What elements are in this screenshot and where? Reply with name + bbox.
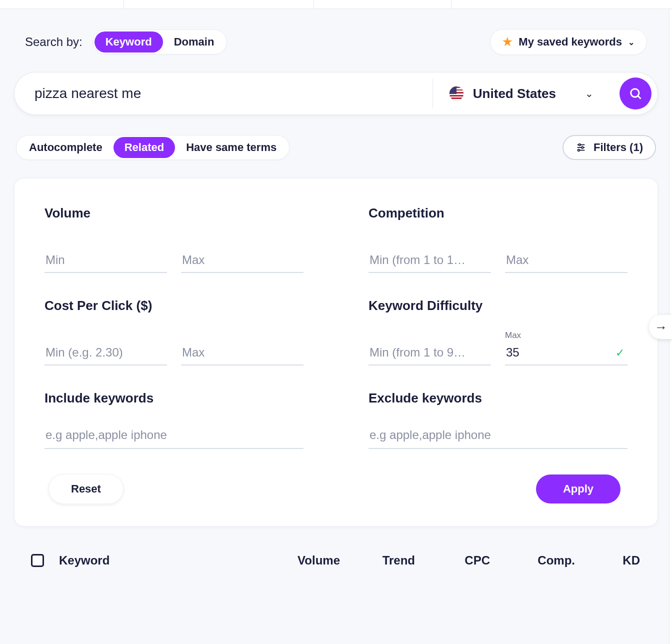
- svg-point-0: [631, 89, 639, 97]
- cpc-min-input[interactable]: [44, 342, 167, 366]
- cpc-max-input[interactable]: [181, 342, 304, 366]
- filter-include-title: Include keywords: [44, 390, 304, 406]
- result-tabs: Autocomplete Related Have same terms: [16, 135, 290, 160]
- svg-point-5: [582, 146, 584, 148]
- chevron-down-icon: ⌄: [628, 38, 634, 47]
- us-flag-icon: [449, 86, 464, 101]
- filter-competition-title: Competition: [368, 206, 628, 221]
- filter-kd: Keyword Difficulty Max ✓: [368, 298, 628, 366]
- col-cpc[interactable]: CPC: [435, 554, 490, 568]
- search-by-domain[interactable]: Domain: [163, 32, 226, 52]
- filter-exclude: Exclude keywords: [368, 390, 628, 449]
- filter-cpc: Cost Per Click ($): [44, 298, 304, 366]
- filters-button[interactable]: Filters (1): [562, 135, 656, 160]
- svg-line-1: [638, 96, 641, 99]
- col-keyword[interactable]: Keyword: [59, 554, 280, 568]
- search-by-keyword[interactable]: Keyword: [94, 32, 163, 52]
- search-icon: [628, 86, 642, 100]
- country-selector[interactable]: United States ⌄: [432, 78, 610, 108]
- search-by-toggle: Keyword Domain: [92, 30, 228, 54]
- top-tab-strip: [0, 0, 672, 9]
- competition-max-input[interactable]: [505, 249, 628, 273]
- tab-related[interactable]: Related: [114, 137, 175, 158]
- filters-label: Filters (1): [594, 141, 643, 154]
- tab-same-terms[interactable]: Have same terms: [175, 137, 288, 158]
- results-header: Keyword Volume Trend CPC Comp. KD: [14, 544, 658, 568]
- country-name: United States: [473, 86, 556, 102]
- volume-max-input[interactable]: [181, 249, 304, 273]
- volume-min-input[interactable]: [44, 249, 167, 273]
- svg-point-7: [578, 150, 580, 152]
- filter-volume: Volume: [44, 206, 304, 273]
- chevron-down-icon: ⌄: [585, 88, 594, 100]
- saved-keywords-button[interactable]: ★ My saved keywords ⌄: [490, 29, 647, 55]
- filter-cpc-title: Cost Per Click ($): [44, 298, 304, 314]
- arrow-right-icon: →: [654, 320, 668, 335]
- search-button[interactable]: [620, 78, 652, 110]
- select-all-checkbox[interactable]: [31, 554, 44, 567]
- svg-point-3: [578, 144, 580, 146]
- filter-volume-title: Volume: [44, 206, 304, 221]
- saved-keywords-label: My saved keywords: [518, 36, 622, 48]
- competition-min-input[interactable]: [368, 249, 491, 273]
- exclude-keywords-input[interactable]: [368, 423, 628, 449]
- apply-button[interactable]: Apply: [536, 474, 620, 504]
- kd-max-label: Max: [505, 330, 628, 340]
- expand-right-button[interactable]: →: [649, 315, 672, 339]
- search-by-label: Search by:: [25, 35, 82, 49]
- kd-min-input[interactable]: [368, 342, 491, 366]
- search-input[interactable]: [34, 86, 432, 102]
- reset-button[interactable]: Reset: [48, 474, 124, 504]
- tab-autocomplete[interactable]: Autocomplete: [18, 137, 114, 158]
- search-bar: United States ⌄: [14, 72, 658, 115]
- filter-kd-title: Keyword Difficulty: [368, 298, 628, 314]
- col-volume[interactable]: Volume: [280, 554, 340, 568]
- col-comp[interactable]: Comp.: [510, 554, 575, 568]
- star-icon: ★: [502, 36, 512, 48]
- kd-max-input[interactable]: [505, 342, 628, 366]
- filter-panel: Volume Competition Cost Per Click ($): [14, 178, 658, 526]
- sliders-icon: [576, 142, 586, 153]
- col-kd[interactable]: KD: [595, 554, 640, 568]
- filter-exclude-title: Exclude keywords: [368, 390, 628, 406]
- filter-competition: Competition: [368, 206, 628, 273]
- col-trend[interactable]: Trend: [350, 554, 415, 568]
- filter-include: Include keywords: [44, 390, 304, 449]
- include-keywords-input[interactable]: [44, 423, 304, 449]
